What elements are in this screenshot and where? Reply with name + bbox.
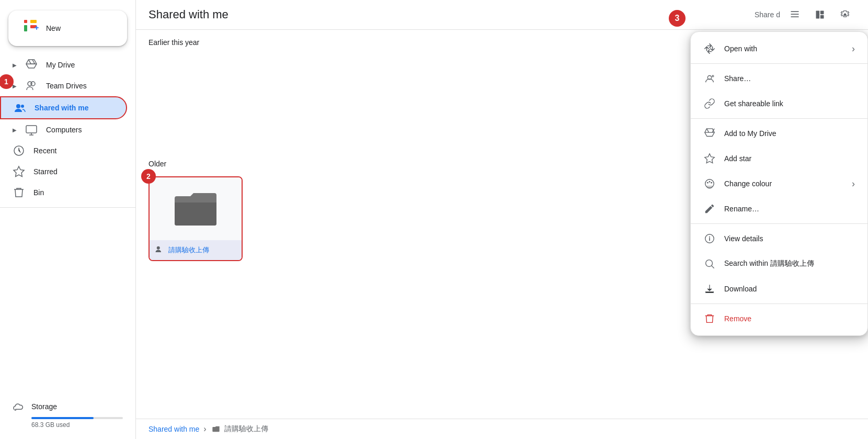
folder-shared-icon <box>155 244 164 256</box>
svg-rect-16 <box>820 11 824 15</box>
svg-point-7 <box>31 82 35 86</box>
menu-change-colour-label: Change colour <box>724 179 843 188</box>
breadcrumb-separator: › <box>203 424 206 434</box>
folder-card-wrapper: 2 <box>149 176 243 261</box>
plus-icon <box>21 19 40 38</box>
header-btn-2[interactable] <box>809 4 830 25</box>
team-drives-icon <box>25 80 38 92</box>
info-icon <box>703 232 716 245</box>
sidebar-item-computers[interactable]: ▶ Computers <box>0 119 127 140</box>
computer-icon <box>25 123 38 136</box>
breadcrumb-shared-link[interactable]: Shared with me <box>149 425 199 433</box>
menu-open-with-label: Open with <box>724 44 843 53</box>
header-btn-1[interactable] <box>784 4 805 25</box>
svg-rect-14 <box>791 16 799 17</box>
expand-arrow-my-drive: ▶ <box>13 62 17 68</box>
storage-bar <box>31 417 94 419</box>
sidebar-item-recent-label: Recent <box>33 147 56 155</box>
svg-point-22 <box>707 182 709 184</box>
menu-divider-3 <box>691 223 867 224</box>
storage-section: Storage 68.3 GB used <box>0 394 135 435</box>
menu-divider-1 <box>691 63 867 64</box>
step-badge-2: 2 <box>141 169 156 184</box>
menu-rename-label: Rename… <box>724 205 855 213</box>
menu-item-open-with[interactable]: Open with › <box>691 36 867 61</box>
drive-icon <box>25 59 38 71</box>
sidebar-item-starred[interactable]: Starred <box>0 161 127 182</box>
main-content: Shared with me Share d Earlier this year… <box>136 0 868 439</box>
menu-item-download[interactable]: Download <box>691 276 867 301</box>
search-icon <box>703 257 716 270</box>
svg-point-9 <box>21 105 24 108</box>
menu-item-add-drive[interactable]: Add to My Drive <box>691 121 867 146</box>
trash-icon <box>13 186 25 199</box>
menu-get-link-label: Get shareable link <box>724 99 855 108</box>
menu-item-share[interactable]: Share… <box>691 66 867 91</box>
folder-card[interactable]: 請購驗收上傳 <box>149 176 243 261</box>
sidebar-item-recent[interactable]: Recent <box>0 140 127 161</box>
menu-item-search-within[interactable]: Search within 請購驗收上傳 <box>691 251 867 276</box>
menu-item-get-link[interactable]: Get shareable link <box>691 91 867 116</box>
svg-rect-0 <box>24 20 27 23</box>
sidebar-item-shared-with-me[interactable]: Shared with me <box>0 96 127 119</box>
menu-item-add-star[interactable]: Add star <box>691 146 867 171</box>
sidebar-item-starred-label: Starred <box>33 167 58 176</box>
menu-item-remove[interactable]: Remove <box>691 306 867 331</box>
new-button[interactable]: New <box>8 10 127 46</box>
svg-rect-1 <box>30 20 37 23</box>
folder-name: 請購驗收上傳 <box>168 245 209 255</box>
svg-point-24 <box>711 182 712 184</box>
menu-share-label: Share… <box>724 74 855 83</box>
menu-arrow-open-with: › <box>852 43 855 54</box>
share-plus-icon <box>703 72 716 85</box>
menu-divider-2 <box>691 118 867 119</box>
menu-item-view-details[interactable]: View details <box>691 226 867 251</box>
svg-point-23 <box>709 181 711 183</box>
header-btn-3[interactable] <box>835 4 855 25</box>
menu-arrow-colour: › <box>852 178 855 189</box>
sidebar-item-my-drive[interactable]: ▶ My Drive <box>0 54 127 75</box>
svg-point-26 <box>706 260 713 267</box>
sidebar-item-team-drives[interactable]: ▶ Team Drives <box>0 75 127 96</box>
edit-icon <box>703 202 716 215</box>
menu-add-drive-label: Add to My Drive <box>724 129 855 138</box>
menu-remove-label: Remove <box>724 314 855 323</box>
svg-point-18 <box>844 14 847 16</box>
cloud-icon <box>13 400 25 413</box>
menu-view-details-label: View details <box>724 234 855 243</box>
svg-rect-2 <box>24 25 27 31</box>
menu-divider-4 <box>691 303 867 304</box>
sidebar-item-team-drives-label: Team Drives <box>46 82 87 90</box>
menu-item-change-colour[interactable]: Change colour › <box>691 171 867 196</box>
remove-icon <box>703 312 716 325</box>
clock-icon <box>13 144 25 157</box>
svg-point-19 <box>157 246 160 250</box>
folder-large-icon <box>175 192 216 226</box>
storage-used: 68.3 GB used <box>31 421 123 429</box>
new-button-label: New <box>46 24 61 32</box>
sidebar-item-shared-label: Shared with me <box>35 104 88 112</box>
menu-add-star-label: Add star <box>724 154 855 163</box>
info-panel-icon <box>815 9 825 20</box>
drive-add-icon <box>703 127 716 140</box>
svg-rect-13 <box>791 14 799 15</box>
sidebar-divider <box>0 207 135 208</box>
svg-point-8 <box>16 104 20 108</box>
svg-rect-5 <box>36 26 37 30</box>
open-with-icon <box>703 42 716 55</box>
list-view-icon <box>790 9 800 20</box>
breadcrumb-folder: 請購驗收上傳 <box>211 424 268 434</box>
page-title: Shared with me <box>149 8 229 21</box>
breadcrumb-folder-name: 請購驗收上傳 <box>224 424 268 434</box>
menu-download-label: Download <box>724 285 855 293</box>
sidebar-item-bin[interactable]: Bin <box>0 182 127 203</box>
menu-item-rename[interactable]: Rename… <box>691 196 867 221</box>
context-menu: 3 Open with › Share… <box>690 31 868 336</box>
link-icon <box>703 97 716 110</box>
sidebar-item-bin-label: Bin <box>33 188 44 197</box>
main-header: Shared with me Share d <box>136 0 868 30</box>
svg-rect-15 <box>816 11 820 19</box>
storage-label: Storage <box>13 400 123 413</box>
step-badge-3: 3 <box>669 10 686 27</box>
star-menu-icon <box>703 152 716 165</box>
